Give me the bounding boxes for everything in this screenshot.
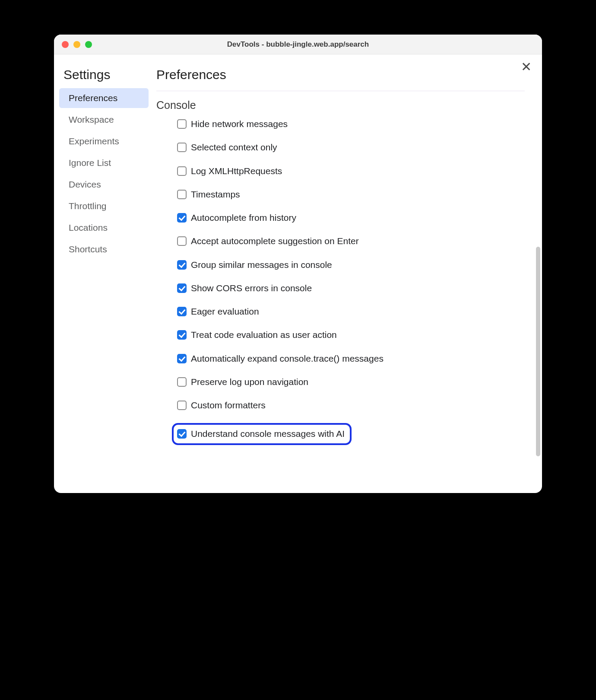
option-row: Show CORS errors in console: [177, 283, 402, 294]
main-panel: Preferences Console Hide network message…: [151, 54, 542, 493]
option-label: Treat code evaluation as user action: [191, 329, 337, 340]
sidebar-item-ignore-list[interactable]: Ignore List: [59, 153, 149, 173]
option-row: Understand console messages with AI: [172, 423, 352, 445]
devtools-settings-window: DevTools - bubble-jingle.web.app/search …: [54, 35, 542, 493]
option-row: Treat code evaluation as user action: [177, 329, 402, 340]
window-title: DevTools - bubble-jingle.web.app/search: [54, 40, 542, 49]
option-row: Custom formatters: [177, 400, 402, 411]
sidebar-item-devices[interactable]: Devices: [59, 175, 149, 194]
window-close-button[interactable]: [62, 41, 69, 48]
sidebar-item-locations[interactable]: Locations: [59, 218, 149, 238]
sidebar-item-label: Shortcuts: [69, 244, 107, 254]
sidebar-item-shortcuts[interactable]: Shortcuts: [59, 239, 149, 259]
option-label: Preserve log upon navigation: [191, 376, 308, 388]
window-minimize-button[interactable]: [73, 41, 80, 48]
checkbox[interactable]: [177, 190, 187, 199]
option-row: Group similar messages in console: [177, 259, 402, 270]
option-label: Eager evaluation: [191, 306, 259, 317]
sidebar-item-label: Locations: [69, 223, 108, 232]
option-label: Understand console messages with AI: [191, 428, 345, 439]
checkbox[interactable]: [177, 213, 187, 223]
option-label: Selected context only: [191, 142, 277, 153]
sidebar-item-label: Devices: [69, 179, 101, 189]
checkbox[interactable]: [177, 429, 187, 439]
option-row: Hide network messages: [177, 118, 402, 130]
sidebar-item-label: Throttling: [69, 201, 107, 211]
options-list: Hide network messagesSelected context on…: [156, 118, 525, 445]
option-label: Hide network messages: [191, 118, 288, 130]
page-title: Preferences: [156, 63, 525, 91]
option-label: Log XMLHttpRequests: [191, 165, 282, 177]
option-row: Eager evaluation: [177, 306, 402, 317]
checkbox[interactable]: [177, 307, 187, 316]
checkbox[interactable]: [177, 166, 187, 176]
option-label: Automatically expand console.trace() mes…: [191, 353, 384, 364]
option-row: Selected context only: [177, 142, 402, 153]
sidebar-item-label: Experiments: [69, 136, 119, 146]
sidebar-item-label: Ignore List: [69, 158, 111, 168]
section-title: Console: [156, 99, 525, 111]
option-label: Custom formatters: [191, 400, 266, 411]
titlebar: DevTools - bubble-jingle.web.app/search: [54, 35, 542, 54]
traffic-lights: [54, 41, 92, 48]
sidebar-item-label: Preferences: [69, 93, 117, 103]
option-label: Timestamps: [191, 189, 240, 200]
checkbox[interactable]: [177, 401, 187, 410]
option-row: Timestamps: [177, 189, 402, 200]
sidebar-item-preferences[interactable]: Preferences: [59, 88, 149, 108]
checkbox[interactable]: [177, 260, 187, 270]
scrollbar-thumb[interactable]: [536, 247, 540, 456]
sidebar-item-throttling[interactable]: Throttling: [59, 196, 149, 216]
checkbox[interactable]: [177, 354, 187, 363]
option-label: Accept autocomplete suggestion on Enter: [191, 235, 359, 247]
sidebar: Settings PreferencesWorkspaceExperiments…: [54, 54, 151, 493]
checkbox[interactable]: [177, 330, 187, 340]
option-label: Show CORS errors in console: [191, 283, 312, 294]
option-label: Group similar messages in console: [191, 259, 332, 270]
sidebar-title: Settings: [54, 63, 151, 88]
option-row: Autocomplete from history: [177, 212, 402, 223]
sidebar-item-label: Workspace: [69, 115, 114, 124]
option-row: Accept autocomplete suggestion on Enter: [177, 235, 402, 247]
sidebar-item-workspace[interactable]: Workspace: [59, 110, 149, 130]
checkbox[interactable]: [177, 377, 187, 387]
checkbox[interactable]: [177, 119, 187, 129]
option-row: Automatically expand console.trace() mes…: [177, 353, 402, 364]
window-maximize-button[interactable]: [85, 41, 92, 48]
option-row: Log XMLHttpRequests: [177, 165, 402, 177]
settings-body: ✕ Settings PreferencesWorkspaceExperimen…: [54, 54, 542, 493]
option-label: Autocomplete from history: [191, 212, 296, 223]
checkbox[interactable]: [177, 143, 187, 152]
checkbox[interactable]: [177, 236, 187, 246]
option-row: Preserve log upon navigation: [177, 376, 402, 388]
sidebar-item-experiments[interactable]: Experiments: [59, 131, 149, 151]
checkbox[interactable]: [177, 283, 187, 293]
